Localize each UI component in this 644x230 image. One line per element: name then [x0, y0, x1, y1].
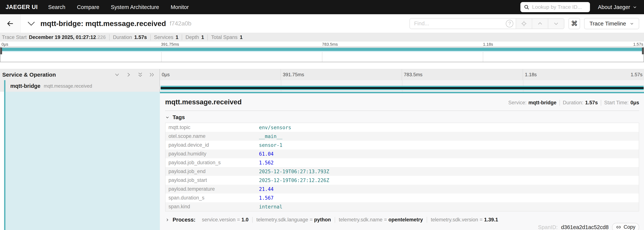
link-icon — [616, 224, 621, 230]
span-service-name: mqtt-bridge — [10, 83, 40, 89]
minimap-span-highlight — [0, 51, 644, 52]
minimap-tick: 1.57s — [633, 42, 643, 47]
about-jaeger-label: About Jaeger — [598, 4, 630, 10]
collapse-all-icon[interactable] — [138, 72, 143, 78]
focus-match-button[interactable] — [516, 19, 532, 29]
process-item: service.version = 1.0 — [198, 217, 252, 223]
span-row-name-column[interactable]: mqtt-bridge mqtt.message.received — [0, 80, 160, 92]
expand-one-icon[interactable] — [126, 72, 132, 78]
trace-id-lookup-input[interactable] — [532, 4, 584, 10]
tag-row: span.duration_s 1.567 — [166, 193, 639, 202]
minimap-drag-handle-right[interactable] — [642, 48, 644, 54]
span-id-value: d361ea2d1ac52cd8 — [561, 224, 609, 230]
arrow-left-icon — [6, 20, 14, 28]
copy-button-label: Copy — [624, 224, 636, 230]
chevron-down-icon — [553, 21, 559, 27]
divider — [165, 111, 639, 111]
tag-row: payload.device_id sensor-1 — [166, 141, 639, 149]
tag-row: payload.job_end 2025-12-19T06:27:13.793Z — [166, 167, 639, 176]
back-button[interactable] — [0, 14, 20, 33]
process-item: telemetry.sdk.version = 1.39.1 — [427, 217, 502, 223]
span-detail-meta: Service: mqtt-bridge Duration: 1.57s Sta… — [505, 100, 639, 106]
collapse-one-icon[interactable] — [114, 72, 120, 78]
process-section-toggle[interactable]: Process: service.version = 1.0 telemetry… — [165, 217, 639, 223]
process-item: telemetry.sdk.name = opentelemetry — [335, 217, 427, 223]
span-bar-core — [161, 87, 644, 89]
span-detail-panel: mqtt.message.received Service: mqtt-brid… — [160, 92, 644, 230]
timeline-tick: 0μs — [162, 72, 170, 78]
chevron-down-icon — [165, 115, 170, 120]
tag-row: span.kind internal — [166, 202, 639, 211]
nav-item-monitor[interactable]: Monitor — [171, 4, 189, 10]
tags-section-toggle[interactable]: Tags — [165, 114, 639, 120]
span-color-accent — [4, 92, 6, 230]
find-help[interactable]: ? — [504, 19, 516, 29]
chevron-down-icon — [633, 5, 637, 9]
tags-header-label: Tags — [172, 114, 185, 120]
nav-item-search[interactable]: Search — [48, 4, 66, 10]
span-detail-footer: SpanID: d361ea2d1ac52cd8 Copy — [165, 223, 639, 230]
timeline-minimap[interactable] — [0, 47, 644, 62]
total-spans-summary: Total Spans 1 — [207, 35, 246, 40]
trace-view-selector[interactable]: Trace Timeline — [584, 18, 639, 29]
about-jaeger-menu[interactable]: About Jaeger — [598, 4, 637, 10]
trace-id-short: f742a0b — [170, 20, 192, 27]
tag-row: mqtt.topic env/sensors — [166, 123, 639, 132]
trace-header-collapse-toggle[interactable] — [27, 21, 35, 27]
tag-row: payload.temperature 21.44 — [166, 185, 639, 193]
trace-id-lookup[interactable] — [520, 2, 590, 12]
minimap-drag-handle-left[interactable] — [0, 48, 2, 54]
service-operation-title: Service & Operation — [2, 72, 56, 78]
minimap-tick: 391.75ms — [161, 42, 179, 47]
tag-row: payload.job_duration_s 1.562 — [166, 158, 639, 167]
duration-summary: Duration 1.57s — [109, 35, 150, 40]
span-id-label: SpanID: — [538, 224, 558, 230]
timeline-tick: 1.57s — [630, 72, 642, 78]
timeline-ruler: 0μs 391.75ms 783.5ms 1.18s 1.57s — [160, 69, 644, 80]
span-detail-row: mqtt.message.received Service: mqtt-brid… — [0, 92, 644, 230]
meta-start-time: Start Time: 0μs — [601, 100, 639, 106]
find-group: ? — [410, 18, 564, 29]
tag-row: otel.scope.name __main__ — [166, 132, 639, 141]
span-detail-left-gutter — [0, 92, 160, 230]
nav-item-system-architecture[interactable]: System Architecture — [111, 4, 159, 10]
tag-row: payload.humidity 61.04 — [166, 149, 639, 158]
minimap-span-bar — [0, 48, 644, 51]
span-operation-name: mqtt.message.received — [44, 83, 92, 89]
copy-span-id-button[interactable]: Copy — [612, 223, 639, 230]
command-icon: ⌘ — [571, 20, 578, 28]
minimap-ticks: 0μs 391.75ms 783.5ms 1.18s 1.57s — [0, 42, 644, 47]
meta-service: Service: mqtt-bridge — [505, 100, 560, 106]
chevron-up-icon — [537, 21, 543, 27]
next-result-button[interactable] — [548, 19, 564, 29]
tags-table: mqtt.topic env/sensors otel.scope.name _… — [165, 123, 639, 211]
span-row[interactable]: mqtt-bridge mqtt.message.received — [0, 80, 644, 92]
find-input[interactable] — [410, 19, 504, 29]
chevron-down-icon — [630, 22, 634, 26]
depth-summary: Depth 1 — [182, 35, 207, 40]
nav-item-compare[interactable]: Compare — [77, 4, 99, 10]
expand-all-icon[interactable] — [149, 72, 155, 78]
meta-duration: Duration: 1.57s — [560, 100, 601, 106]
service-operation-header: Service & Operation — [0, 69, 160, 80]
search-icon — [524, 4, 529, 10]
top-nav: JAEGER UI Search Compare System Architec… — [0, 0, 644, 14]
keyboard-shortcuts-button[interactable]: ⌘ — [568, 18, 580, 29]
chevron-down-icon — [27, 21, 35, 27]
help-icon: ? — [506, 20, 513, 27]
jaeger-logo[interactable]: JAEGER UI — [6, 4, 38, 11]
timeline-tick: 391.75ms — [283, 72, 304, 78]
timeline-tick: 783.5ms — [404, 72, 422, 78]
process-label: Process: — [172, 217, 196, 223]
trace-summary-bar: Trace Start December 19 2025, 01:27:12.2… — [0, 33, 644, 42]
timeline-header: Service & Operation 0μs 391.75ms 783.5ms… — [0, 69, 644, 80]
minimap-tick: 1.18s — [483, 42, 493, 47]
minimap-tick: 0μs — [2, 42, 8, 47]
span-duration-bar[interactable] — [161, 86, 644, 90]
span-detail-title: mqtt.message.received — [165, 98, 242, 106]
selected-span-highlight — [6, 92, 160, 230]
span-row-timeline[interactable] — [160, 80, 644, 92]
trace-title: mqtt-bridge: mqtt.message.received — [40, 20, 166, 28]
prev-result-button[interactable] — [532, 19, 548, 29]
spacer — [0, 62, 644, 69]
